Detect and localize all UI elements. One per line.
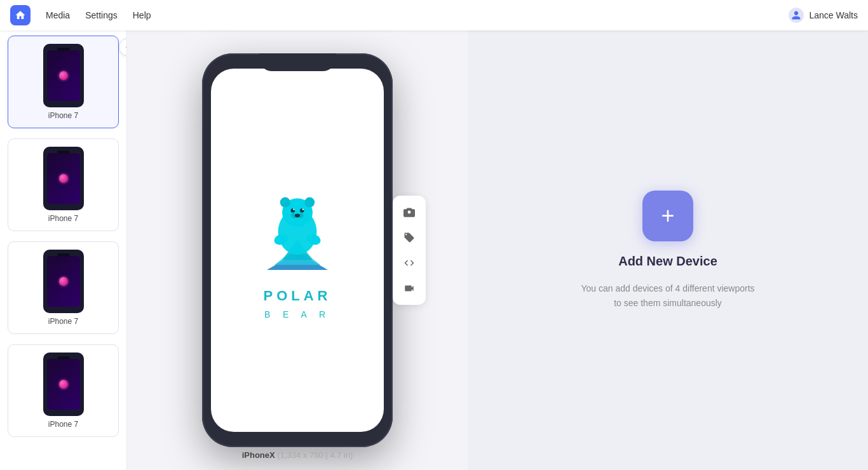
user-name: Lance Walts — [809, 10, 858, 20]
home-icon — [15, 10, 26, 21]
viewport-area: POLAR B E A R — [127, 30, 468, 470]
right-panel: + Add New Device You can add devices of … — [468, 30, 868, 470]
phone-toolbar — [393, 196, 426, 305]
screenshot-button[interactable] — [398, 201, 421, 224]
device-label-1: iPhone 7 — [48, 111, 78, 120]
camera-icon — [403, 206, 415, 218]
video-icon — [403, 283, 415, 294]
user-avatar-icon — [789, 8, 804, 23]
video-button[interactable] — [398, 277, 421, 300]
add-device-title: Add New Device — [618, 254, 717, 269]
phone-screen: POLAR B E A R — [211, 69, 384, 432]
device-screen-1 — [47, 50, 80, 101]
user-menu[interactable]: Lance Walts — [789, 8, 858, 23]
nav-media[interactable]: Media — [46, 10, 70, 20]
device-thumbnail-1 — [43, 44, 84, 107]
tag-icon — [403, 232, 415, 243]
device-thumbnail-2 — [43, 147, 84, 210]
add-device-button[interactable]: + — [642, 191, 693, 241]
person-icon — [791, 10, 801, 20]
app-logo: POLAR B E A R — [247, 181, 348, 319]
app-icon-dot-3 — [59, 277, 68, 286]
tag-button[interactable] — [398, 226, 421, 249]
nav-help[interactable]: Help — [133, 10, 151, 20]
device-label-4: iPhone 7 — [48, 420, 78, 429]
phone-mockup-wrapper: POLAR B E A R — [202, 53, 393, 447]
device-specs-text: (1,334 x 750 | 4.7 in) — [277, 450, 353, 460]
app-sub-text: B E A R — [264, 309, 330, 319]
device-label-3: iPhone 7 — [48, 317, 78, 326]
device-thumbnail-4 — [43, 352, 84, 416]
sidebar-collapse-button[interactable]: « — [119, 38, 127, 56]
svg-point-13 — [295, 214, 300, 218]
svg-point-11 — [293, 209, 294, 210]
device-info-label: iPhoneX (1,334 x 750 | 4.7 in) — [242, 450, 353, 460]
device-card-2[interactable]: iPhone 7 — [8, 138, 119, 231]
svg-point-12 — [302, 209, 304, 210]
code-button[interactable] — [398, 252, 421, 274]
device-label-2: iPhone 7 — [48, 214, 78, 223]
device-sidebar: « iPhone 7 iPhone 7 iPhon — [0, 30, 127, 470]
device-screen-3 — [47, 256, 80, 307]
main-area: « iPhone 7 iPhone 7 iPhon — [0, 30, 868, 470]
svg-point-5 — [280, 198, 290, 208]
device-thumbnail-3 — [43, 250, 84, 313]
svg-point-6 — [304, 198, 315, 208]
device-card-3[interactable]: iPhone 7 — [8, 241, 119, 334]
nav-links: Media Settings Help — [46, 10, 789, 20]
device-screen-4 — [47, 359, 80, 410]
home-logo[interactable] — [10, 5, 31, 25]
add-device-card: + Add New Device You can add devices of … — [579, 191, 757, 310]
phone-notch — [259, 53, 336, 71]
app-icon-dot-2 — [59, 174, 68, 183]
code-icon — [403, 257, 415, 269]
app-icon-dot-4 — [59, 380, 68, 389]
device-card-4[interactable]: iPhone 7 — [8, 344, 119, 437]
device-screen-2 — [47, 153, 80, 204]
app-name-text: POLAR — [264, 288, 332, 304]
nav-settings[interactable]: Settings — [85, 10, 118, 20]
device-card-1[interactable]: iPhone 7 — [8, 36, 119, 128]
top-navigation: Media Settings Help Lance Walts — [0, 0, 868, 30]
plus-icon: + — [661, 205, 674, 227]
add-device-description: You can add devices of 4 different viewp… — [579, 281, 757, 310]
phone-mockup: POLAR B E A R — [202, 53, 393, 447]
app-icon-dot-1 — [59, 71, 68, 80]
device-model-name: iPhoneX — [242, 450, 275, 460]
polar-bear-illustration — [247, 181, 348, 283]
